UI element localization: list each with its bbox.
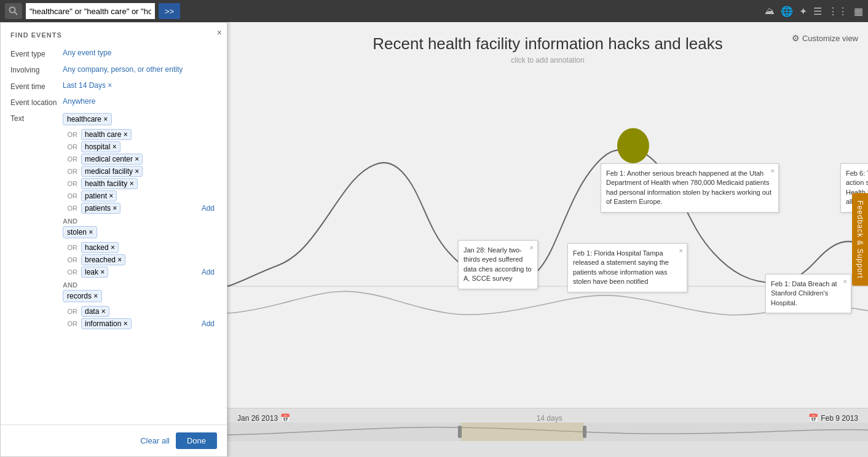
panel-title: FIND EVENTS	[1, 23, 227, 44]
and-connector-2: AND	[63, 281, 77, 289]
svg-rect-7	[461, 423, 584, 441]
event-type-value[interactable]: Any event type	[63, 49, 111, 58]
or-connector: OR	[63, 168, 81, 175]
search-go-button[interactable]: >>	[159, 3, 180, 19]
card-close-4[interactable]: ×	[843, 277, 847, 286]
timeline-mini-chart[interactable]	[227, 423, 868, 441]
main-layout: FIND EVENTS × Event type Any event type …	[0, 22, 868, 457]
or-connector: OR	[63, 308, 81, 315]
tag-row-hacked: OR hacked ×	[63, 242, 217, 253]
or-connector: OR	[63, 256, 81, 264]
grid-icon[interactable]: ▦	[854, 6, 863, 17]
globe-icon[interactable]: 🌐	[781, 6, 793, 17]
involving-value[interactable]: Any company, person, or other entity	[63, 64, 183, 75]
or-connector: OR	[63, 205, 81, 212]
chart-title: Recent health facility information hacks…	[227, 34, 868, 53]
text-group-records: AND records × OR data × OR information ×	[63, 281, 217, 329]
done-button[interactable]: Done	[176, 432, 217, 449]
add-link-3[interactable]: Add	[202, 319, 217, 328]
tag-row-hospital: OR hospital ×	[63, 141, 217, 152]
tag-hospital[interactable]: hospital ×	[81, 141, 120, 152]
card-close-3[interactable]: ×	[679, 246, 683, 256]
chart-svg: 28 04 Feb 2013	[227, 84, 868, 408]
tag-patients[interactable]: patients ×	[81, 203, 120, 214]
tag-health-care[interactable]: health care ×	[81, 129, 132, 140]
timeline-start-date: Jan 26 2013 📅	[237, 413, 290, 423]
chart-area: Recent health facility information hacks…	[227, 22, 868, 457]
find-events-panel: FIND EVENTS × Event type Any event type …	[0, 22, 227, 457]
event-type-row: Event type Any event type	[10, 49, 217, 58]
timeline-bar: Jan 26 2013 📅 14 days 📅 Feb 9 2013	[227, 408, 868, 457]
clear-all-button[interactable]: Clear all	[140, 432, 170, 449]
event-card-2: × Feb 1: Another serious breach happened…	[601, 163, 779, 213]
text-groups: healthcare × OR health care × OR hospita…	[63, 113, 217, 333]
event-time-value[interactable]: Last 14 Days ×	[63, 81, 112, 91]
event-location-row: Event location Anywhere	[10, 97, 217, 107]
event-card-1-text: Jan 28: Nearly two-thirds eyed suffered …	[464, 246, 532, 282]
tag-row-leak: OR leak × Add	[63, 267, 217, 278]
and-row-2: AND	[63, 281, 217, 289]
tag-healthcare[interactable]: healthcare ×	[63, 113, 112, 125]
tag-row-health-facility: OR health facility ×	[63, 178, 217, 189]
share-icon[interactable]: ✦	[799, 6, 807, 17]
add-link-1[interactable]: Add	[202, 204, 217, 213]
calendar-icon-start[interactable]: 📅	[280, 413, 290, 423]
involving-row: Involving Any company, person, or other …	[10, 64, 217, 75]
tag-records[interactable]: records ×	[63, 290, 102, 302]
tag-information[interactable]: information ×	[81, 318, 132, 329]
tag-medical-center[interactable]: medical center ×	[81, 154, 143, 165]
text-label: Text	[10, 113, 63, 333]
search-icon	[9, 6, 18, 16]
and-connector-1: AND	[63, 217, 77, 225]
calendar-icon-end[interactable]: 📅	[808, 413, 818, 423]
or-connector: OR	[63, 180, 81, 187]
or-connector: OR	[63, 268, 81, 276]
or-connector: OR	[63, 131, 81, 138]
tag-health-facility[interactable]: health facility ×	[81, 178, 138, 189]
chart-svg-container: 28 04 Feb 2013	[227, 84, 868, 408]
tag-row-breached: OR breached ×	[63, 254, 217, 265]
tag-row-patient: OR patient ×	[63, 190, 217, 201]
search-input[interactable]	[26, 3, 155, 19]
mountain-icon[interactable]: ⛰	[765, 6, 775, 17]
search-icon-button[interactable]	[5, 3, 22, 19]
tag-row-medical-facility: OR medical facility ×	[63, 166, 217, 177]
tag-leak[interactable]: leak ×	[81, 267, 108, 278]
text-filter-row: Text healthcare × OR health care × OR	[10, 113, 217, 333]
or-connector: OR	[63, 244, 81, 251]
or-connector: OR	[63, 192, 81, 200]
tag-row-data: OR data ×	[63, 306, 217, 317]
feedback-support-tab[interactable]: Feedback & Support	[852, 193, 868, 286]
large-event-dot[interactable]	[617, 128, 649, 163]
event-card-1: × Jan 28: Nearly two-thirds eyed suffere…	[458, 240, 538, 289]
svg-point-0	[10, 7, 15, 13]
panel-body: Event type Any event type Involving Any …	[1, 44, 227, 424]
tag-hacked[interactable]: hacked ×	[81, 242, 119, 253]
event-location-value[interactable]: Anywhere	[63, 97, 95, 107]
event-card-4: × Feb 1: Data Breach at Stanford Childre…	[765, 274, 851, 313]
gear-icon: ⚙	[792, 33, 800, 43]
tag-patient[interactable]: patient ×	[81, 190, 117, 201]
svg-rect-9	[583, 426, 586, 438]
chart-annotation-prompt[interactable]: click to add annotation	[227, 56, 868, 64]
card-close-1[interactable]: ×	[530, 243, 534, 252]
chart-header: Recent health facility information hacks…	[227, 22, 868, 67]
list2-icon[interactable]: ⋮⋮	[828, 6, 848, 17]
customize-view-button[interactable]: ⚙ Customize view	[792, 33, 858, 43]
tag-row-health-care: OR health care ×	[63, 129, 217, 140]
event-card-3-text: Feb 1: Florida Hospital Tampa released a…	[573, 249, 669, 285]
or-connector: OR	[63, 143, 81, 150]
list-icon[interactable]: ☰	[813, 6, 822, 17]
card-close-2[interactable]: ×	[771, 166, 775, 176]
panel-close-button[interactable]: ×	[217, 28, 222, 37]
svg-rect-8	[458, 426, 462, 438]
top-bar-icons: ⛰ 🌐 ✦ ☰ ⋮⋮ ▦	[765, 6, 863, 17]
tag-data[interactable]: data ×	[81, 306, 109, 317]
tag-stolen[interactable]: stolen ×	[63, 226, 97, 238]
tag-breached[interactable]: breached ×	[81, 254, 125, 265]
add-link-2[interactable]: Add	[202, 268, 217, 276]
text-group-stolen: AND stolen × OR hacked × OR breached ×	[63, 217, 217, 278]
tag-row-medical-center: OR medical center ×	[63, 154, 217, 165]
tag-medical-facility[interactable]: medical facility ×	[81, 166, 143, 177]
svg-line-1	[15, 12, 18, 15]
